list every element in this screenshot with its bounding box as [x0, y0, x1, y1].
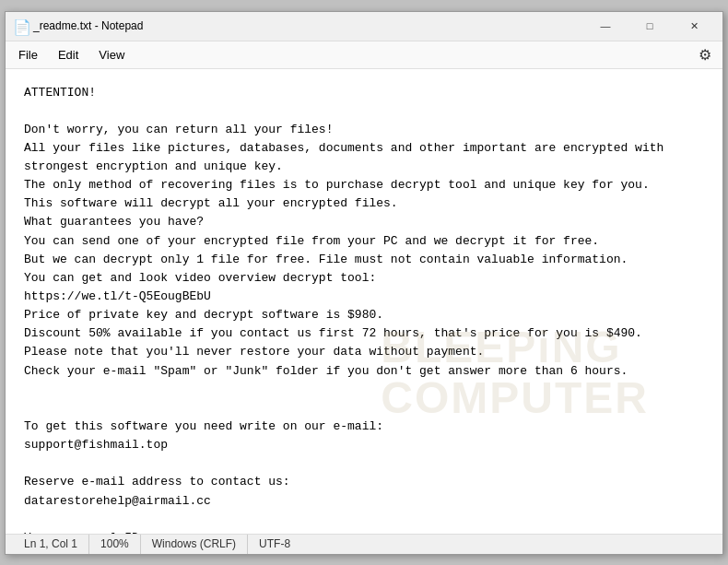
menu-view[interactable]: View [89, 44, 134, 65]
window-title: _readme.txt - Notepad [33, 19, 143, 32]
maximize-button[interactable]: □ [628, 11, 671, 41]
menu-edit[interactable]: Edit [49, 44, 88, 65]
statusbar: Ln 1, Col 1 100% Windows (CRLF) UTF-8 [6, 534, 722, 554]
notepad-window: 📄 _readme.txt - Notepad — □ ✕ File Edit … [5, 11, 723, 555]
titlebar-left: 📄 _readme.txt - Notepad [13, 18, 143, 33]
menu-file[interactable]: File [9, 44, 47, 65]
app-icon: 📄 [13, 18, 28, 33]
status-line-col: Ln 1, Col 1 [13, 535, 89, 554]
status-zoom: 100% [89, 535, 141, 554]
titlebar: 📄 _readme.txt - Notepad — □ ✕ [6, 12, 722, 41]
content-wrapper: ATTENTION! Don't worry, you can return a… [6, 69, 722, 534]
menubar: File Edit View ⚙ [6, 41, 722, 69]
titlebar-controls: — □ ✕ [584, 11, 715, 41]
text-content[interactable]: ATTENTION! Don't worry, you can return a… [6, 69, 722, 534]
minimize-button[interactable]: — [584, 11, 627, 41]
status-encoding: UTF-8 [248, 535, 301, 554]
settings-icon[interactable]: ⚙ [691, 42, 719, 67]
close-button[interactable]: ✕ [673, 11, 715, 41]
status-line-ending: Windows (CRLF) [141, 535, 248, 554]
